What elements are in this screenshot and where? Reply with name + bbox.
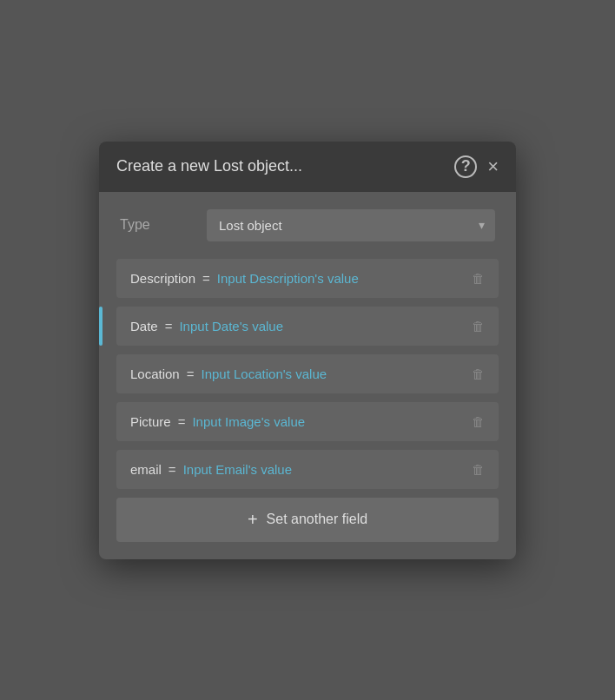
date-delete-icon[interactable]: 🗑	[472, 319, 485, 333]
header-icons: ? ×	[454, 155, 499, 178]
date-label: Date	[130, 319, 158, 333]
description-value[interactable]: Input Description's value	[217, 271, 359, 286]
location-equals: =	[187, 367, 195, 381]
location-delete-icon[interactable]: 🗑	[472, 367, 485, 381]
modal-dialog: Create a new Lost object... ? × Type Los…	[99, 142, 516, 559]
field-row-picture: Picture = Input Image's value 🗑	[116, 402, 499, 441]
date-value[interactable]: Input Date's value	[179, 319, 283, 333]
email-label: email	[130, 462, 162, 477]
modal-header: Create a new Lost object... ? ×	[99, 142, 516, 192]
picture-delete-icon[interactable]: 🗑	[472, 414, 485, 429]
picture-value[interactable]: Input Image's value	[192, 414, 305, 429]
date-equals: =	[165, 319, 173, 333]
type-label: Type	[120, 217, 207, 233]
close-button[interactable]: ×	[487, 157, 499, 176]
picture-label: Picture	[130, 414, 171, 429]
field-row-email: email = Input Email's value 🗑	[116, 450, 499, 489]
field-row-description: Description = Input Description's value …	[116, 259, 499, 298]
type-row: Type Lost object ▾	[116, 209, 499, 241]
email-equals: =	[169, 462, 176, 477]
add-field-label: Set another field	[267, 512, 368, 527]
email-value[interactable]: Input Email's value	[183, 462, 292, 477]
type-select[interactable]: Lost object	[207, 209, 495, 241]
location-value[interactable]: Input Location's value	[201, 367, 327, 381]
description-delete-icon[interactable]: 🗑	[472, 271, 485, 286]
blue-bar-indicator	[99, 307, 102, 346]
field-row-location: Location = Input Location's value 🗑	[116, 354, 499, 393]
description-label: Description	[130, 271, 195, 286]
email-delete-icon[interactable]: 🗑	[472, 462, 485, 477]
help-button[interactable]: ?	[454, 155, 477, 178]
description-equals: =	[202, 271, 210, 286]
modal-title: Create a new Lost object...	[116, 157, 302, 175]
plus-icon: +	[248, 510, 258, 530]
add-field-button[interactable]: + Set another field	[116, 498, 499, 542]
location-label: Location	[130, 367, 180, 381]
picture-equals: =	[178, 414, 186, 429]
modal-body: Type Lost object ▾ Description = Input D…	[99, 192, 516, 559]
type-select-wrapper[interactable]: Lost object ▾	[207, 209, 495, 241]
field-row-date: Date = Input Date's value 🗑	[116, 307, 499, 346]
